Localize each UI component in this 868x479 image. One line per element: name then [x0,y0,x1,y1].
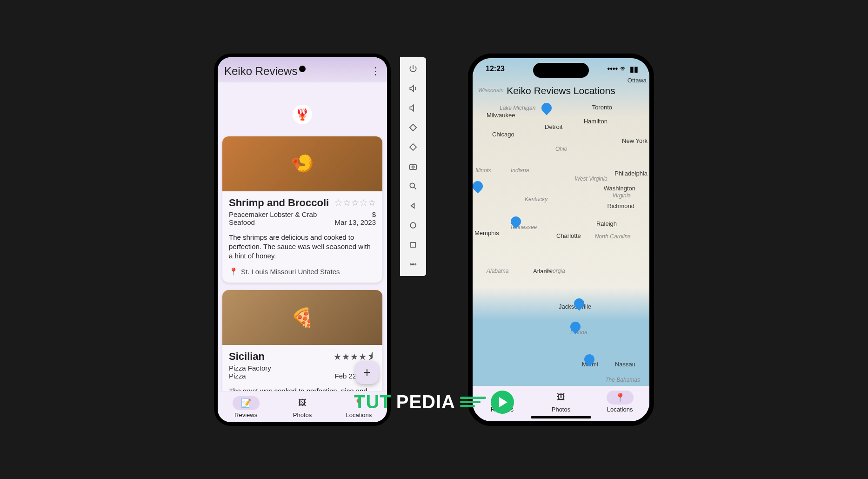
app-logo: 🦞 [222,89,382,136]
volume-up-icon[interactable] [408,83,418,94]
zoom-icon[interactable] [408,181,418,191]
location-pin[interactable] [473,181,483,195]
svg-point-8 [413,263,414,265]
home-icon[interactable] [408,220,418,230]
map-city-label: Charlotte [556,232,581,239]
map-pin-icon: 📍 [229,267,238,276]
map-city-label: Detroit [545,123,562,130]
map-city-label: Philadelphia [614,170,648,177]
review-text: The crust was cooked to perfection, nice… [229,386,376,391]
tab-locations[interactable]: 📍 Locations [345,396,372,418]
map-city-label: Washington [604,185,635,192]
app-header: Keiko Reviews ⋮ [218,57,387,82]
svg-rect-1 [410,143,416,150]
photos-icon: 🖼 [298,398,307,408]
iphone-screen: 12:23 •••• ᯤ ▮▮ Keiko Reviews Locations … [473,58,649,421]
map-city-label: New York [622,137,648,144]
review-title: Shrimp and Broccoli [229,197,329,209]
camera-icon[interactable] [408,162,418,172]
location-pin[interactable] [570,322,581,336]
photos-icon: 🖼 [557,392,565,402]
map-city-label: Hamilton [584,118,608,125]
power-icon[interactable] [408,64,418,74]
map-title: Keiko Reviews Locations [507,85,615,96]
svg-point-7 [410,263,412,265]
volume-down-icon[interactable] [408,103,418,113]
review-date: Mar 13, 2023 [335,218,376,226]
app-title: Keiko Reviews [224,65,297,78]
bottom-nav: 📝 Reviews 🖼 Photos 📍 Locations [218,391,387,422]
map-pin-icon: 📍 [615,392,625,403]
map-state-label: West Virginia [575,175,608,182]
add-review-icon: 📝 [241,398,251,408]
svg-point-4 [410,183,414,188]
location-text: St. Louis Missouri United States [241,268,340,276]
add-review-icon: 📝 [497,392,507,403]
map-pin-icon: 📍 [354,398,364,408]
map-state-label: Lake Michigan [500,105,535,111]
review-card[interactable]: 🍤 Shrimp and Broccoli ☆☆☆☆☆ Peacemaker L… [222,136,382,283]
review-photo: 🍤 [222,136,382,191]
review-photo: 🍕 [222,290,382,345]
map-city-label: Nassau [615,361,635,368]
location-pin[interactable] [574,298,584,312]
battery-icon: ▮▮ [630,65,638,74]
review-title: Sicilian [229,351,265,363]
svg-rect-0 [410,124,416,130]
map-state-label: Kentucky [525,196,548,202]
map-city-label: Chicago [492,131,514,138]
tab-photos[interactable]: 🖼 Photos [548,391,574,413]
add-review-fab[interactable]: + [355,361,379,384]
map-title-bar: Keiko Reviews Locations [473,81,649,101]
map-state-label: The Bahamas [605,377,640,383]
dynamic-island [533,63,589,78]
map-state-label: Indiana [511,167,529,174]
tab-locations[interactable]: 📍 Locations [607,391,634,413]
tab-reviews[interactable]: 📝 Reviews [233,396,260,418]
back-icon[interactable] [408,201,418,211]
rotate-left-icon[interactable] [408,122,418,133]
map-state-label: Alabama [487,268,508,274]
more-menu-button[interactable]: ⋮ [370,65,381,77]
location-pin[interactable] [541,103,552,117]
map-state-label: Virginia [612,192,631,199]
price-indicator: $ [372,210,376,218]
more-icon[interactable] [408,259,418,270]
map-city-label: Milwaukee [487,112,515,119]
overview-icon[interactable] [408,240,418,250]
rotate-right-icon[interactable] [408,142,418,152]
emulator-toolbar [400,57,426,276]
location-row: 📍 St. Louis Missouri United States [229,267,376,276]
rating-stars: ☆☆☆☆☆ [334,197,376,208]
map-view[interactable]: Keiko Reviews Locations Ottawa Toronto H… [473,58,649,386]
category-label: Pizza [229,372,246,380]
tab-reviews[interactable]: 📝 Reviews [488,391,515,413]
signal-icon: •••• [608,65,618,73]
location-pin[interactable] [584,354,594,368]
wifi-icon: ᯤ [620,65,628,73]
map-state-label: Illinois [475,167,491,174]
iphone-device-frame: 12:23 •••• ᯤ ▮▮ Keiko Reviews Locations … [468,54,654,426]
map-state-label: Ohio [555,146,567,152]
front-camera-dot [299,66,306,72]
svg-rect-6 [411,243,415,247]
svg-point-5 [410,223,416,228]
location-pin[interactable] [511,216,521,230]
svg-point-3 [412,166,414,168]
restaurant-name: Peacemaker Lobster & Crab [229,210,317,218]
map-city-label: Memphis [474,229,499,236]
map-city-label: Raleigh [596,220,617,227]
review-text: The shrimps are delicious and cooked to … [229,233,376,261]
map-city-label: Richmond [607,202,634,209]
android-device-frame: Keiko Reviews ⋮ 🦞 🍤 Shrimp and Broccoli [214,54,391,426]
status-time: 12:23 [486,65,505,74]
reviews-scroll-area[interactable]: 🦞 🍤 Shrimp and Broccoli ☆☆☆☆☆ Peacem [218,82,387,391]
android-screen: Keiko Reviews ⋮ 🦞 🍤 Shrimp and Broccoli [218,57,387,422]
home-indicator [531,416,591,418]
svg-point-9 [415,263,416,265]
category-label: Seafood [229,218,255,226]
map-city-label: Toronto [592,104,612,111]
restaurant-name: Pizza Factory [229,364,271,372]
tab-photos[interactable]: 🖼 Photos [289,396,316,418]
map-state-label: North Carolina [595,233,631,240]
